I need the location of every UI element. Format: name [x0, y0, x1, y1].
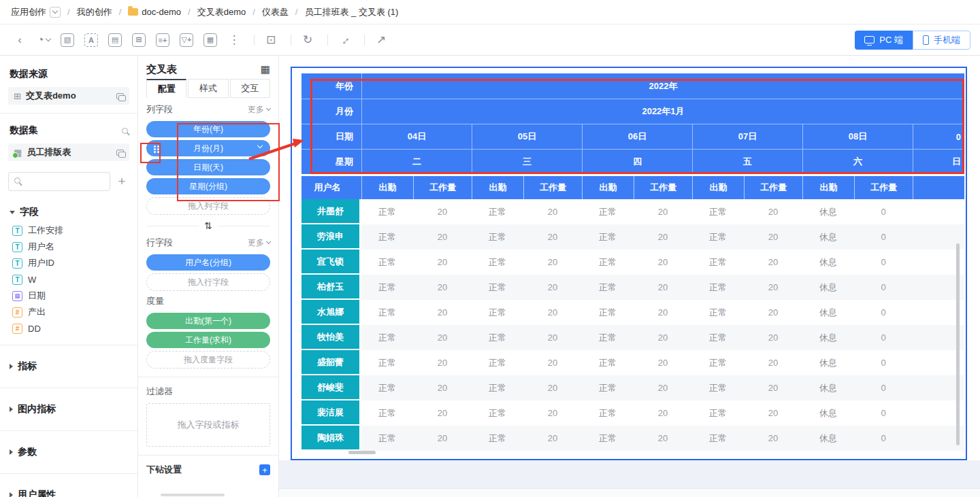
- row-fields-more[interactable]: 更多: [248, 237, 270, 249]
- divider: [138, 455, 278, 456]
- tab-样式[interactable]: 样式: [188, 79, 228, 98]
- field-item[interactable]: T工作安排: [0, 222, 137, 239]
- column-field-dropzone[interactable]: 拖入列字段: [146, 197, 270, 215]
- field-item[interactable]: #DD: [0, 320, 137, 337]
- chevron-down-icon[interactable]: [257, 143, 263, 148]
- component-widget-icon[interactable]: ⊞: [129, 30, 149, 50]
- fullscreen-icon[interactable]: ↔: [334, 30, 355, 50]
- number-field-icon: #: [12, 307, 22, 318]
- column-field-pill[interactable]: 年份(年): [146, 121, 270, 137]
- breadcrumb-item[interactable]: 员工排班表 _ 交叉表 (1): [304, 6, 398, 18]
- sidebar-section-2[interactable]: 参数: [0, 439, 137, 465]
- switch-panel-icon[interactable]: [116, 150, 124, 156]
- image-widget-icon[interactable]: ▧: [57, 30, 78, 50]
- field-item[interactable]: #产出: [0, 304, 137, 320]
- field-item[interactable]: ▦日期: [0, 288, 137, 304]
- measure-pill[interactable]: 工作量(求和): [146, 332, 270, 348]
- horizontal-scrollbar[interactable]: [348, 451, 376, 454]
- dataset-item[interactable]: ▦ 员工排版表: [8, 143, 129, 161]
- column-fields-more[interactable]: 更多: [248, 104, 270, 116]
- filter-row: 过滤器: [146, 385, 270, 398]
- measure-dropzone[interactable]: 拖入度量字段: [146, 351, 270, 369]
- data-source-item[interactable]: ⊞ 交叉表demo: [8, 87, 129, 105]
- field-item[interactable]: TW: [0, 271, 137, 288]
- field-label: 日期: [28, 290, 46, 302]
- field-item[interactable]: T用户ID: [0, 255, 137, 271]
- breadcrumb-item-label: 应用创作: [11, 6, 46, 18]
- mobile-view-button[interactable]: 手机端: [913, 31, 970, 50]
- table-widget-icon[interactable]: ▦: [200, 30, 220, 50]
- breadcrumb-item[interactable]: doc-demo: [128, 7, 181, 17]
- breadcrumb-item[interactable]: 我的创作: [77, 6, 112, 18]
- share-icon[interactable]: ↗: [371, 30, 391, 50]
- filter-dropzone[interactable]: 拖入字段或指标: [146, 403, 270, 447]
- pill-label: 星期(分组): [189, 181, 227, 192]
- drag-handle-icon[interactable]: [154, 145, 156, 148]
- workload-cell: 0: [854, 325, 913, 350]
- filter-widget-icon[interactable]: ▽+: [176, 30, 197, 50]
- workload-cell: 20: [413, 400, 472, 426]
- row-field-pill[interactable]: 用户名(分组): [146, 254, 270, 271]
- sidebar-section-3[interactable]: 用户属性: [0, 482, 137, 497]
- sidebar-section-1[interactable]: 图内指标: [0, 396, 137, 422]
- switch-panel-icon[interactable]: [116, 93, 124, 99]
- column-field-pill[interactable]: 星期(分组): [146, 178, 270, 194]
- form-widget-icon[interactable]: ▤: [105, 30, 125, 50]
- row-header-cell: 宣飞锁: [301, 250, 361, 275]
- workload-cell: 20: [744, 275, 802, 300]
- breadcrumb-item[interactable]: 仪表盘: [262, 6, 289, 18]
- panel-title-row: 交叉表 ▦: [146, 63, 270, 76]
- measure-pill[interactable]: 出勤(第一个): [146, 313, 270, 329]
- add-drill-button[interactable]: +: [259, 464, 270, 475]
- breadcrumb-item-label: 仪表盘: [262, 6, 289, 18]
- attendance-cell: 正常: [361, 199, 413, 224]
- toolbar-divider: [254, 35, 255, 46]
- present-icon[interactable]: ⊡: [261, 30, 281, 50]
- attendance-cell: 正常: [361, 426, 413, 451]
- search-icon: [14, 177, 20, 184]
- caret-right-icon: [10, 364, 13, 369]
- swap-axes-icon[interactable]: ⇅: [204, 220, 212, 231]
- workload-cell: 20: [744, 350, 802, 375]
- tab-交互[interactable]: 交互: [230, 79, 270, 98]
- attendance-cell: 正常: [472, 250, 523, 275]
- list-add-widget-icon[interactable]: ≡+: [152, 30, 173, 50]
- workload-cell: 20: [523, 224, 582, 250]
- breadcrumb-item[interactable]: 应用创作: [11, 6, 61, 18]
- column-field-pill[interactable]: 月份(月): [146, 140, 270, 156]
- panel-scrollbar[interactable]: [161, 494, 225, 496]
- field-label: 产出: [28, 306, 46, 318]
- search-icon[interactable]: [122, 128, 128, 134]
- refresh-icon[interactable]: ↻: [297, 30, 318, 50]
- dashboard-canvas[interactable]: 年份2022年月份2022年1月日期04日05日06日07日08日0星期二三四五…: [279, 56, 980, 497]
- tab-配置[interactable]: 配置: [146, 79, 186, 98]
- field-label: 用户名: [28, 241, 54, 253]
- attendance-cell: 正常: [361, 300, 413, 325]
- breadcrumb-item[interactable]: 交叉表demo: [197, 6, 246, 18]
- back-icon[interactable]: ‹: [10, 30, 30, 50]
- divider: [0, 473, 137, 474]
- pc-view-button[interactable]: PC 端: [855, 31, 913, 50]
- collapsed-sections: 指标图内指标参数用户属性: [0, 354, 137, 497]
- table-row: 劳浪申正常20正常20正常20正常20休息0: [301, 224, 964, 250]
- measures-label: 度量: [146, 295, 164, 307]
- text-widget-icon[interactable]: A: [81, 30, 101, 50]
- chart-type-icon[interactable]: ◔: [33, 30, 54, 50]
- fields-section-header[interactable]: 字段: [0, 196, 137, 222]
- column-field-pill[interactable]: 日期(天): [146, 159, 270, 175]
- field-item[interactable]: T用户名: [0, 239, 137, 255]
- vertical-scrollbar[interactable]: [956, 243, 960, 445]
- chevron-down-icon[interactable]: [50, 7, 61, 18]
- attendance-cell: 正常: [692, 426, 744, 451]
- search-input[interactable]: [8, 172, 110, 191]
- workload-cell: 0: [854, 275, 913, 300]
- sidebar-section-0[interactable]: 指标: [0, 354, 137, 379]
- more-icon[interactable]: ⋮: [224, 30, 244, 50]
- pill-label: 年份(年): [193, 124, 223, 135]
- breadcrumb-item-label: 我的创作: [77, 6, 112, 18]
- pill-label: 用户名(分组): [185, 257, 231, 269]
- add-field-button[interactable]: +: [114, 174, 129, 189]
- workload-cell: 20: [413, 275, 472, 300]
- mobile-view-label: 手机端: [934, 34, 960, 46]
- row-field-dropzone[interactable]: 拖入行字段: [146, 273, 270, 291]
